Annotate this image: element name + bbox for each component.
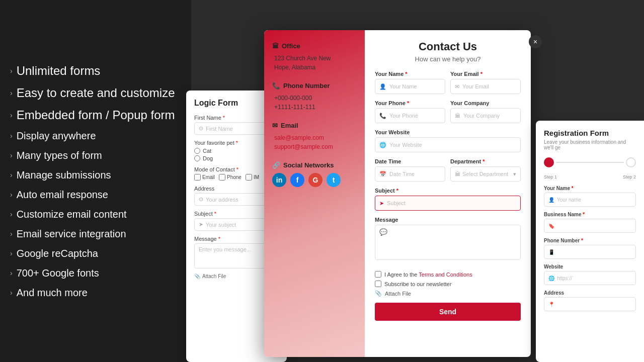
feature-label: Many types of form	[17, 150, 102, 161]
contact-subtitle: How can we help you?	[375, 55, 521, 63]
reg-form-subtitle: Leave your business information and we'l…	[544, 139, 636, 150]
close-button[interactable]: ×	[529, 35, 542, 48]
feature-label: Auto email response	[17, 189, 108, 201]
linkedin-icon[interactable]: in	[272, 173, 286, 187]
feature-item-recaptcha: › Google reCaptcha	[10, 245, 181, 262]
phone-section: 📞 Phone Number +000-000-000+1111-111-111	[272, 82, 357, 112]
contact-phone-option[interactable]: Phone	[219, 174, 242, 180]
office-icon: 🏛	[272, 42, 279, 50]
contact-title: Contact Us	[375, 40, 521, 53]
contact-phone-checkbox[interactable]	[219, 174, 225, 180]
your-website-input[interactable]: 🌐 Your Website	[375, 137, 521, 152]
terms-checkbox-row: I Agree to the Terms and Conditions	[375, 271, 521, 278]
chevron-icon: ›	[10, 269, 13, 277]
feature-item-email-integration: › Email service integration	[10, 225, 181, 243]
department-select[interactable]: 🏛 Select Department ▾	[450, 166, 521, 182]
pet-dog-radio[interactable]	[194, 155, 200, 161]
email-title: ✉ Email	[272, 122, 357, 129]
your-phone-input[interactable]: 📞 Your Phone	[375, 108, 445, 123]
website-row: Your Website 🌐 Your Website	[375, 129, 521, 152]
message-row: Message 💬	[375, 217, 521, 265]
contact-im-checkbox[interactable]	[246, 174, 252, 180]
rf-address-label: Address	[544, 290, 636, 296]
your-name-label: Your Name *	[375, 71, 445, 77]
chevron-icon: ›	[10, 89, 13, 97]
your-phone-label: Your Phone *	[375, 100, 445, 106]
phone-icon: 📞	[272, 82, 280, 89]
feature-label: 700+ Google fonts	[17, 267, 99, 279]
terms-link[interactable]: Terms and Conditions	[419, 272, 472, 278]
feature-label: Customize email content	[17, 209, 127, 220]
feature-label: Google reCaptcha	[17, 248, 98, 259]
your-email-group: Your Email * ✉ Your Email	[450, 71, 521, 94]
pet-cat-radio[interactable]	[194, 148, 200, 154]
date-time-input[interactable]: 📅 Date Time	[375, 166, 445, 182]
your-name-group: Your Name * 👤 Your Name	[375, 71, 445, 94]
terms-checkbox[interactable]	[375, 271, 381, 278]
feature-item-google-fonts: › 700+ Google fonts	[10, 264, 181, 282]
feature-label: Manage submissions	[17, 169, 111, 181]
your-company-input[interactable]: 🏛 Your Company	[450, 108, 521, 123]
subject-group: Subject * ➤ Subject	[375, 188, 521, 211]
feature-item-embedded-popup: › Embedded form / Popup form	[10, 105, 181, 125]
rf-website-label: Website	[544, 264, 636, 269]
calendar-icon: 📅	[379, 171, 386, 177]
social-title: 🔗 Social Networks	[272, 161, 357, 169]
subject-field-input[interactable]: ➤ Subject	[375, 196, 521, 211]
send-button[interactable]: Send	[375, 303, 521, 321]
rf-address-input[interactable]: 📍	[544, 297, 636, 311]
facebook-icon[interactable]: f	[290, 173, 304, 187]
office-title: 🏛 Office	[272, 42, 357, 50]
chevron-icon: ›	[10, 210, 13, 218]
phone-numbers: +000-000-000+1111-111-111	[272, 94, 357, 112]
left-panel: › Unlimited forms › Easy to create and c…	[0, 0, 191, 362]
subject-arrow-icon: ➤	[379, 200, 384, 207]
department-label: Department *	[450, 158, 521, 164]
your-email-label: Your Email *	[450, 71, 521, 77]
your-email-input[interactable]: ✉ Your Email	[450, 79, 521, 94]
message-field-textarea[interactable]: 💬	[375, 225, 521, 260]
step-1-dot	[544, 157, 554, 167]
contact-email-option[interactable]: Email	[194, 174, 215, 180]
feature-label: Email service integration	[17, 228, 126, 240]
company-icon: 🏛	[455, 113, 460, 119]
registration-form-card: Registration Form Leave your business in…	[536, 121, 644, 362]
feature-label: And much more	[17, 287, 88, 299]
your-name-input[interactable]: 👤 Your Name	[375, 79, 445, 94]
chevron-icon: ›	[10, 67, 13, 75]
rf-phone-label: Phone Number *	[544, 238, 636, 243]
rf-phone-icon: 📱	[548, 249, 554, 255]
google-icon[interactable]: G	[308, 173, 323, 187]
chevron-down-icon: ▾	[513, 171, 516, 177]
rf-phone-input[interactable]: 📱	[544, 245, 636, 259]
feature-item-customize-email: › Customize email content	[10, 206, 181, 223]
date-time-group: Date Time 📅 Date Time	[375, 158, 445, 182]
twitter-icon[interactable]: t	[327, 173, 341, 187]
feature-item-many-types: › Many types of form	[10, 147, 181, 164]
office-section: 🏛 Office 123 Church Ave NewHope, Alabama	[272, 42, 357, 72]
your-company-label: Your Company	[450, 100, 521, 106]
contact-im-option[interactable]: IM	[246, 174, 259, 180]
office-address: 123 Church Ave NewHope, Alabama	[272, 54, 357, 72]
newsletter-checkbox[interactable]	[375, 281, 381, 287]
contact-email-checkbox[interactable]	[194, 174, 201, 180]
email-section: ✉ Email sale@sample.com support@sample.c…	[272, 122, 357, 151]
rf-location-icon: 📍	[548, 302, 554, 307]
website-icon: 🌐	[379, 142, 386, 148]
message-group: Message 💬	[375, 217, 521, 265]
rf-business-name-input[interactable]: 🔖	[544, 219, 636, 233]
your-company-group: Your Company 🏛 Your Company	[450, 100, 521, 123]
attach-row[interactable]: 📎 Attach File	[375, 290, 521, 297]
message-icon: 💬	[379, 228, 387, 236]
rf-person-icon: 👤	[548, 197, 554, 203]
feature-item-manage-submissions: › Manage submissions	[10, 166, 181, 184]
subject-row: Subject * ➤ Subject	[375, 188, 521, 211]
rf-your-name-input[interactable]: 👤 Your name	[544, 193, 636, 207]
feature-label: Easy to create and customize	[17, 86, 175, 100]
message-field-label: Message	[375, 217, 521, 223]
feature-item-display-anywhere: › Display anywhere	[10, 127, 181, 145]
link-icon: 🔗	[272, 161, 280, 169]
feature-item-much-more: › And much more	[10, 284, 181, 302]
rf-website-input[interactable]: 🌐 https://	[544, 271, 636, 285]
subject-field-label: Subject *	[375, 188, 521, 194]
